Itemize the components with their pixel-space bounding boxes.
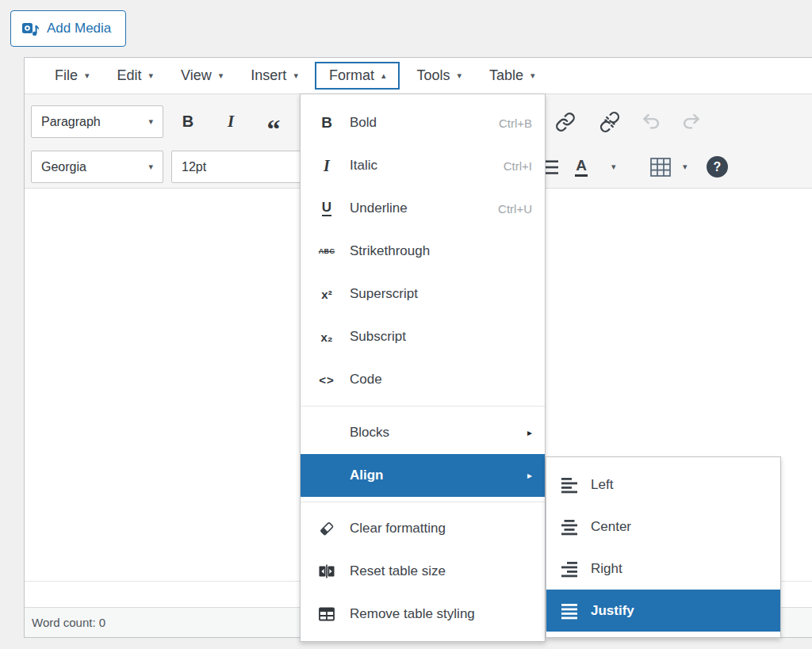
strikethrough-icon: ABC <box>315 247 339 255</box>
menu-item-label: Italic <box>350 158 377 174</box>
submenu-item-align-right[interactable]: Right <box>546 548 780 590</box>
menu-table-label: Table <box>489 67 523 84</box>
menu-item-clear-formatting[interactable]: Clear formatting <box>301 507 545 550</box>
menu-edit-label: Edit <box>117 67 142 84</box>
menu-edit[interactable]: Edit ▾ <box>106 62 165 90</box>
menu-item-label: Reset table size <box>350 563 446 579</box>
font-family-select[interactable]: Georgia ▾ <box>31 151 163 183</box>
menu-file-label: File <box>55 67 78 84</box>
menu-separator <box>301 406 545 407</box>
chevron-down-icon: ▾ <box>149 71 154 80</box>
remove-link-button[interactable] <box>594 105 626 138</box>
menu-format[interactable]: Format ▴ <box>315 62 400 90</box>
menu-item-label: Bold <box>350 115 377 131</box>
menu-view[interactable]: View ▾ <box>170 62 234 90</box>
menu-view-label: View <box>181 67 212 84</box>
menu-item-shortcut: Ctrl+B <box>499 116 532 130</box>
subscript-icon: x₂ <box>315 330 339 344</box>
menu-item-label: Underline <box>350 200 408 216</box>
italic-button[interactable]: I <box>215 105 247 138</box>
font-family-select-value: Georgia <box>41 160 86 174</box>
submenu-arrow-icon: ▸ <box>527 471 532 480</box>
chevron-down-icon: ▾ <box>148 116 153 127</box>
redo-icon <box>680 111 702 132</box>
redo-button[interactable] <box>675 105 707 138</box>
menu-item-bold[interactable]: B Bold Ctrl+B <box>301 101 545 144</box>
table-icon <box>315 605 339 623</box>
menu-item-shortcut: Ctrl+I <box>504 159 532 173</box>
menu-item-strikethrough[interactable]: ABC Strikethrough <box>301 230 545 273</box>
menu-item-blocks[interactable]: Blocks ▸ <box>301 411 545 454</box>
menu-item-remove-table-styling[interactable]: Remove table styling <box>301 593 545 636</box>
align-left-icon <box>559 476 580 494</box>
menu-tools-label: Tools <box>416 67 450 84</box>
underline-icon-wrap: U <box>315 200 339 217</box>
menu-item-label: Subscript <box>350 329 406 345</box>
submenu-item-label: Right <box>591 561 622 577</box>
superscript-icon: x² <box>315 288 339 301</box>
menu-format-label: Format <box>329 67 374 84</box>
help-button[interactable]: ? <box>707 156 728 178</box>
add-media-button[interactable]: Add Media <box>10 10 126 47</box>
menu-insert-label: Insert <box>251 67 286 84</box>
undo-button[interactable] <box>635 105 667 138</box>
menu-item-label: Strikethrough <box>350 243 430 259</box>
menu-tools[interactable]: Tools ▾ <box>405 62 473 90</box>
align-submenu: Left Center Right Justify <box>546 456 781 638</box>
menu-item-label: Remove table styling <box>350 606 475 622</box>
submenu-item-label: Center <box>591 519 631 535</box>
chevron-down-icon: ▾ <box>530 71 535 80</box>
text-color-button[interactable]: A <box>567 151 596 183</box>
chevron-up-icon: ▴ <box>381 71 386 80</box>
submenu-item-align-justify[interactable]: Justify <box>546 590 780 632</box>
menu-item-align[interactable]: Align ▸ <box>301 454 545 497</box>
reset-table-size-icon <box>315 563 339 580</box>
blockquote-button[interactable]: “ <box>258 105 289 138</box>
menu-item-superscript[interactable]: x² Superscript <box>301 273 545 315</box>
italic-icon: I <box>228 112 234 132</box>
menu-item-label: Clear formatting <box>350 521 446 536</box>
insert-link-button[interactable] <box>550 105 581 138</box>
unlink-icon <box>599 112 620 132</box>
editor-menubar: File ▾ Edit ▾ View ▾ Insert ▾ Format ▴ T… <box>25 58 812 94</box>
table-button[interactable] <box>645 151 676 183</box>
bold-icon: B <box>315 114 339 132</box>
menu-table[interactable]: Table ▾ <box>478 62 546 90</box>
menu-item-label: Superscript <box>350 286 418 302</box>
chevron-down-icon[interactable]: ▾ <box>611 162 616 172</box>
menu-item-code[interactable]: <> Code <box>301 358 545 401</box>
menu-item-label: Align <box>350 468 384 483</box>
format-menu: B Bold Ctrl+B I Italic Ctrl+I U Underlin… <box>300 94 546 642</box>
help-icon: ? <box>714 160 722 174</box>
eraser-icon <box>315 520 339 537</box>
chevron-down-icon: ▾ <box>457 71 462 80</box>
menu-item-underline[interactable]: U Underline Ctrl+U <box>301 187 545 230</box>
submenu-item-align-center[interactable]: Center <box>546 506 780 548</box>
menu-item-label: Code <box>350 372 382 387</box>
submenu-item-align-left[interactable]: Left <box>546 464 780 506</box>
chevron-down-icon: ▾ <box>219 71 224 80</box>
font-size-select[interactable]: 12pt <box>171 151 309 183</box>
menu-item-subscript[interactable]: x₂ Subscript <box>301 315 545 358</box>
align-right-icon <box>559 560 580 578</box>
submenu-item-label: Left <box>591 477 613 493</box>
table-grid-icon <box>649 157 672 178</box>
underline-icon: U <box>322 200 331 217</box>
menu-insert[interactable]: Insert ▾ <box>239 62 309 90</box>
chevron-down-icon[interactable]: ▾ <box>683 162 688 172</box>
chevron-down-icon: ▾ <box>293 71 298 80</box>
paragraph-select[interactable]: Paragraph ▾ <box>31 105 163 138</box>
bold-button[interactable]: B <box>172 105 204 138</box>
media-icon <box>21 20 40 38</box>
word-count-text: Word count: 0 <box>32 616 105 629</box>
chevron-down-icon: ▾ <box>85 71 90 80</box>
menu-separator <box>301 502 545 502</box>
paragraph-select-value: Paragraph <box>41 115 101 129</box>
menu-item-italic[interactable]: I Italic Ctrl+I <box>301 144 545 187</box>
font-size-select-value: 12pt <box>182 160 206 174</box>
italic-icon: I <box>315 157 339 175</box>
code-icon: <> <box>315 373 339 387</box>
link-icon <box>555 112 576 132</box>
menu-file[interactable]: File ▾ <box>44 62 101 90</box>
menu-item-reset-table-size[interactable]: Reset table size <box>301 550 545 593</box>
